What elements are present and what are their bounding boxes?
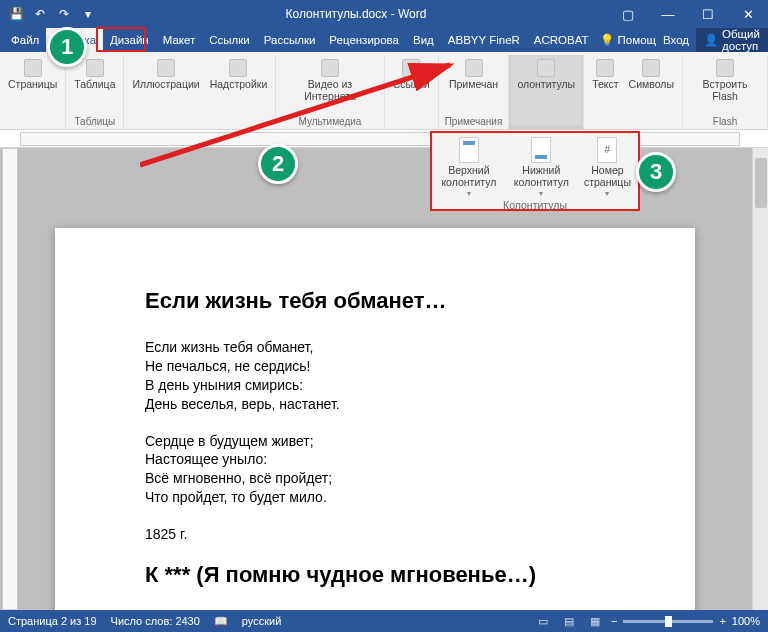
header-icon <box>459 137 479 163</box>
status-words[interactable]: Число слов: 2430 <box>111 615 200 627</box>
chevron-down-icon: ▾ <box>605 190 609 199</box>
zoom-slider[interactable] <box>623 620 713 623</box>
comment-icon <box>465 59 483 77</box>
headerfooter-button[interactable]: олонтитулы <box>515 57 577 93</box>
symbols-button[interactable]: Символы <box>627 57 676 93</box>
chevron-down-icon: ▾ <box>467 190 471 199</box>
tab-design[interactable]: Дизайн <box>103 28 156 52</box>
doc-line: День веселья, верь, настанет. <box>145 395 605 414</box>
headerfooter-icon <box>537 59 555 77</box>
undo-icon[interactable]: ↶ <box>30 4 50 24</box>
flash-group-label: Flash <box>713 116 737 129</box>
status-language[interactable]: русский <box>242 615 281 627</box>
tab-layout[interactable]: Макет <box>156 28 203 52</box>
badge-1: 1 <box>47 27 87 67</box>
headerfooter-group-label: Колонтитулы <box>432 199 638 214</box>
zoom-thumb[interactable] <box>665 616 672 627</box>
footer-button[interactable]: Нижний колонтитул▾ <box>506 137 577 199</box>
doc-line: Настоящее уныло: <box>145 450 605 469</box>
save-icon[interactable]: 💾 <box>6 4 26 24</box>
doc-line: В день уныния смирись: <box>145 376 605 395</box>
omega-icon <box>642 59 660 77</box>
online-video-button[interactable]: Видео из Интернета <box>282 57 377 104</box>
headerfooter-callout: Верхний колонтитул▾ Нижний колонтитул▾ Н… <box>430 131 640 211</box>
title-bar: 💾 ↶ ↷ ▾ Колонтитулы.docx - Word ▢ — ☐ ✕ <box>0 0 768 28</box>
picture-icon <box>157 59 175 77</box>
ribbon-options-icon[interactable]: ▢ <box>608 0 648 28</box>
doc-line: 1825 г. <box>145 525 605 544</box>
doc-heading-2: К *** (Я помню чудное мгновенье…) <box>145 562 605 588</box>
doc-line: Не печалься, не сердись! <box>145 357 605 376</box>
qat-dropdown-icon[interactable]: ▾ <box>78 4 98 24</box>
header-button[interactable]: Верхний колонтитул▾ <box>432 137 506 199</box>
web-layout-icon[interactable]: ▦ <box>585 613 605 629</box>
page-number-button[interactable]: Номер страницы▾ <box>577 137 638 199</box>
maximize-icon[interactable]: ☐ <box>688 0 728 28</box>
window-title: Колонтитулы.docx - Word <box>104 7 608 21</box>
document-page[interactable]: Если жизнь тебя обманет… Если жизнь тебя… <box>55 228 695 610</box>
print-layout-icon[interactable]: ▤ <box>559 613 579 629</box>
close-icon[interactable]: ✕ <box>728 0 768 28</box>
document-area: Если жизнь тебя обманет… Если жизнь тебя… <box>0 148 768 610</box>
tab-mailings[interactable]: Рассылки <box>257 28 323 52</box>
zoom-out-icon[interactable]: − <box>611 615 617 627</box>
pages-icon <box>24 59 42 77</box>
pages-button[interactable]: Страницы <box>6 57 59 93</box>
doc-heading-1: Если жизнь тебя обманет… <box>145 288 605 314</box>
proofing-icon[interactable]: 📖 <box>214 615 228 628</box>
status-page[interactable]: Страница 2 из 19 <box>8 615 97 627</box>
vertical-scrollbar[interactable] <box>752 148 768 610</box>
tell-me-icon[interactable]: 💡 <box>600 33 614 47</box>
text-button[interactable]: Текст <box>590 57 620 93</box>
link-icon <box>402 59 420 77</box>
menu-tabs: Файл Вставка Дизайн Макет Ссылки Рассылк… <box>0 28 768 52</box>
doc-line: Сердце в будущем живет; <box>145 432 605 451</box>
comment-button[interactable]: Примечан <box>447 57 500 93</box>
share-button[interactable]: 👤 Общий доступ <box>696 28 768 52</box>
tab-acrobat[interactable]: ACROBAT <box>527 28 596 52</box>
store-icon <box>229 59 247 77</box>
zoom-value[interactable]: 100% <box>732 615 760 627</box>
flash-button[interactable]: Встроить Flash <box>689 57 761 104</box>
zoom-in-icon[interactable]: + <box>719 615 725 627</box>
tab-references[interactable]: Ссылки <box>202 28 257 52</box>
vertical-ruler[interactable] <box>2 148 18 610</box>
tab-review[interactable]: Рецензирова <box>322 28 406 52</box>
tab-abbyy[interactable]: ABBYY FineR <box>441 28 527 52</box>
links-button[interactable]: Ссылки <box>391 57 432 93</box>
flash-icon <box>716 59 734 77</box>
addins-button[interactable]: Надстройки <box>208 57 270 93</box>
pagenum-icon <box>597 137 617 163</box>
footer-icon <box>531 137 551 163</box>
status-bar: Страница 2 из 19 Число слов: 2430 📖 русс… <box>0 610 768 632</box>
redo-icon[interactable]: ↷ <box>54 4 74 24</box>
badge-3: 3 <box>636 152 676 192</box>
textbox-icon <box>596 59 614 77</box>
doc-line: Что пройдет, то будет мило. <box>145 488 605 507</box>
table-icon <box>86 59 104 77</box>
doc-line: Если жизнь тебя обманет, <box>145 338 605 357</box>
video-icon <box>321 59 339 77</box>
ribbon: Страницы Таблица Таблицы Иллюстрации Над… <box>0 52 768 130</box>
share-label: Общий доступ <box>722 28 760 52</box>
comments-group-label: Примечания <box>445 116 503 129</box>
media-group-label: Мультимедиа <box>299 116 362 129</box>
doc-line: Всё мгновенно, всё пройдет; <box>145 469 605 488</box>
tables-group-label: Таблицы <box>74 116 115 129</box>
illustrations-button[interactable]: Иллюстрации <box>130 57 201 93</box>
chevron-down-icon: ▾ <box>539 190 543 199</box>
read-mode-icon[interactable]: ▭ <box>533 613 553 629</box>
scroll-thumb[interactable] <box>755 158 767 208</box>
tell-me-text[interactable]: Помощ <box>618 34 656 46</box>
share-icon: 👤 <box>704 33 718 47</box>
horizontal-ruler[interactable] <box>0 130 768 148</box>
badge-2: 2 <box>258 144 298 184</box>
tab-file[interactable]: Файл <box>4 28 46 52</box>
tab-view[interactable]: Вид <box>406 28 441 52</box>
minimize-icon[interactable]: — <box>648 0 688 28</box>
login-link[interactable]: Вход <box>656 34 696 46</box>
